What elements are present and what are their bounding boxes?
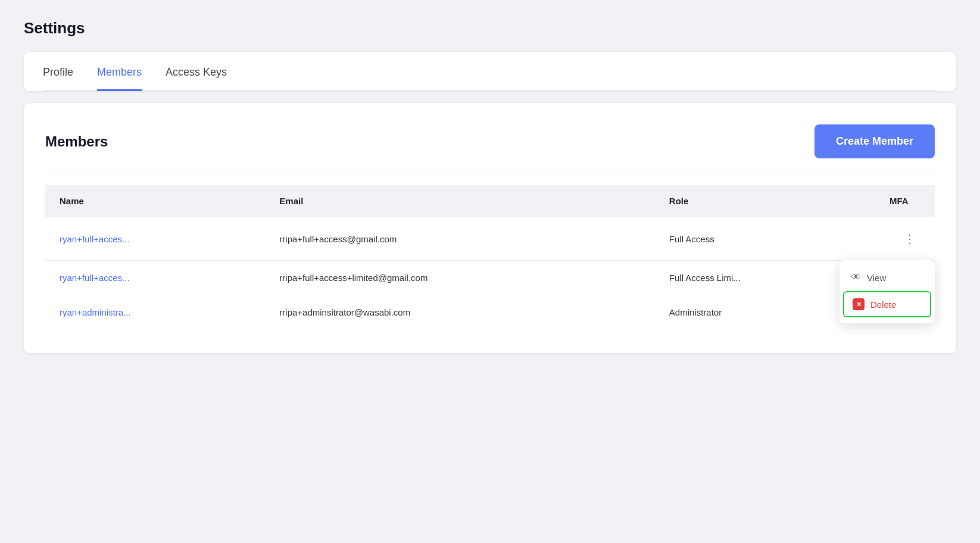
- page-title: Settings: [24, 19, 956, 38]
- create-member-button[interactable]: Create Member: [814, 124, 935, 158]
- row-dropdown-menu: 👁 View ✕ Delete: [839, 260, 935, 323]
- col-email: Email: [265, 185, 654, 217]
- tab-access-keys[interactable]: Access Keys: [166, 52, 227, 91]
- member-email: rripa+adminsitrator@wasabi.com: [265, 295, 654, 330]
- member-name-link[interactable]: ryan+administra...: [60, 307, 131, 317]
- dropdown-view-item[interactable]: 👁 View: [839, 265, 935, 290]
- dropdown-delete-item[interactable]: ✕ Delete: [843, 291, 931, 317]
- member-mfa: ⋮ 👁 View ✕ Delete: [875, 217, 935, 261]
- delete-icon: ✕: [853, 298, 864, 310]
- table-row: ryan+full+acces... rripa+full+access@gma…: [45, 217, 935, 261]
- tab-profile[interactable]: Profile: [43, 52, 73, 91]
- member-name: ryan+full+acces...: [45, 261, 265, 295]
- member-name: ryan+administra...: [45, 295, 265, 330]
- section-divider: [45, 173, 935, 173]
- member-email: rripa+full+access+limited@gmail.com: [265, 261, 654, 295]
- col-role: Role: [655, 185, 875, 217]
- member-name-link[interactable]: ryan+full+acces...: [60, 234, 130, 244]
- member-name: ryan+full+acces...: [45, 217, 265, 261]
- member-name-link[interactable]: ryan+full+acces...: [60, 273, 130, 283]
- members-content-card: Members Create Member Name Email Role MF…: [24, 103, 956, 353]
- member-role: Full Access: [655, 217, 875, 261]
- col-name: Name: [45, 185, 265, 217]
- col-mfa: MFA: [875, 185, 935, 217]
- table-row: ryan+administra... rripa+adminsitrator@w…: [45, 295, 935, 330]
- tab-members[interactable]: Members: [97, 52, 142, 91]
- delete-label: Delete: [870, 299, 896, 310]
- row-actions-button[interactable]: ⋮: [899, 229, 920, 248]
- members-table-wrapper: Name Email Role MFA ryan+full+acces... r…: [45, 185, 935, 329]
- table-row: ryan+full+acces... rripa+full+access+lim…: [45, 261, 935, 295]
- tabs-nav: Profile Members Access Keys: [43, 52, 937, 91]
- tabs-card: Profile Members Access Keys: [24, 52, 956, 91]
- members-header: Members Create Member: [45, 124, 935, 158]
- view-label: View: [867, 273, 886, 283]
- table-header-row: Name Email Role MFA: [45, 185, 935, 217]
- members-section-title: Members: [45, 133, 108, 150]
- members-table: Name Email Role MFA ryan+full+acces... r…: [45, 185, 935, 329]
- member-email: rripa+full+access@gmail.com: [265, 217, 654, 261]
- eye-icon: 👁: [851, 272, 861, 283]
